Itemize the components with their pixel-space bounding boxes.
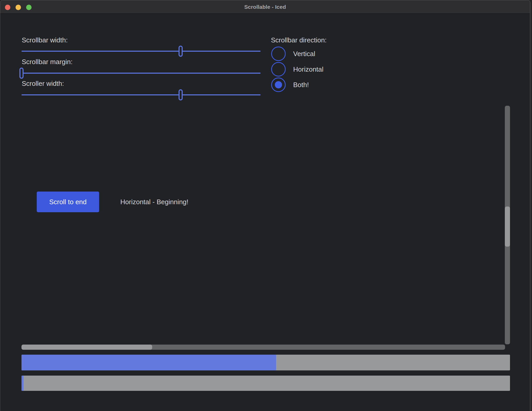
scroller-width-label: Scroller width:: [22, 80, 64, 88]
horizontal-scrollbar-rail[interactable]: [21, 345, 505, 350]
scrollbar-margin-slider-handle[interactable]: [19, 68, 24, 79]
horizontal-scroll-progress-bar: [21, 376, 510, 391]
app-window: Scrollable - Iced Scrollbar width: Scrol…: [0, 0, 530, 411]
scrollbar-width-slider-handle[interactable]: [179, 46, 183, 57]
radio-vertical-label: Vertical: [293, 50, 315, 58]
radio-both-label: Both!: [293, 81, 309, 89]
radio-horizontal-circle[interactable]: [271, 62, 286, 77]
scroll-status-text: Horizontal - Beginning!: [120, 192, 188, 212]
scrollbar-margin-slider[interactable]: [21, 73, 261, 74]
radio-horizontal-label: Horizontal: [293, 65, 323, 73]
scroller-width-slider[interactable]: [21, 94, 261, 95]
scrollbar-direction-label: Scrollbar direction:: [271, 36, 327, 44]
vertical-scrollbar-rail[interactable]: [505, 106, 510, 344]
title-bar[interactable]: Scrollable - Iced: [0, 0, 530, 14]
vertical-scrollbar-thumb[interactable]: [505, 207, 510, 247]
window-title: Scrollable - Iced: [0, 0, 530, 13]
scrollbar-margin-label: Scrollbar margin:: [22, 58, 73, 66]
radio-selected-dot-icon: [275, 81, 282, 88]
vertical-scroll-progress-fill: [21, 355, 276, 370]
scrollbar-width-label: Scrollbar width:: [22, 36, 68, 44]
radio-vertical-circle[interactable]: [271, 47, 286, 61]
scroller-width-slider-handle[interactable]: [179, 89, 183, 101]
radio-horizontal[interactable]: Horizontal: [271, 62, 323, 77]
scroll-to-end-button[interactable]: Scroll to end: [37, 192, 99, 212]
radio-both-circle[interactable]: [271, 78, 286, 92]
horizontal-scroll-progress-fill: [21, 376, 24, 391]
scrollbar-width-slider[interactable]: [21, 51, 261, 52]
vertical-scroll-progress-bar: [21, 355, 510, 370]
horizontal-scrollbar-thumb[interactable]: [21, 345, 152, 350]
radio-vertical[interactable]: Vertical: [271, 47, 315, 61]
radio-both[interactable]: Both!: [271, 78, 309, 92]
